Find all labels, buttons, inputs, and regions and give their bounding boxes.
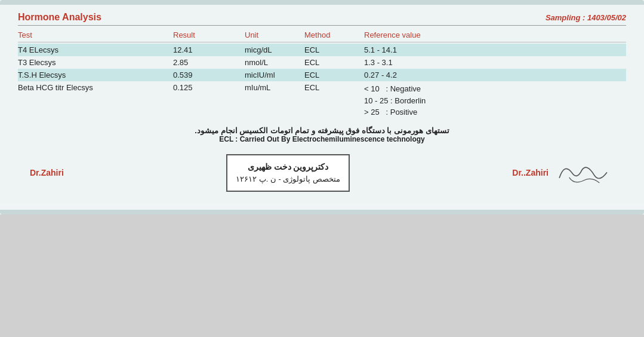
stamp-line1: دکترپروین دخت ظهیری bbox=[236, 160, 340, 173]
top-bar bbox=[0, 0, 644, 5]
row1-method: ECL bbox=[304, 45, 364, 54]
bottom-bar bbox=[0, 210, 644, 215]
row3-result: 0.539 bbox=[173, 71, 245, 79]
col-unit: Unit bbox=[245, 30, 304, 39]
doctor-right-area: Dr..Zahiri bbox=[512, 158, 614, 188]
row4-reference: < 10 : Negative 10 - 25 : Borderlin > 25… bbox=[364, 83, 626, 118]
table-row: T3 Elecsys 2.85 nmol/L ECL 1.3 - 3.1 bbox=[18, 56, 626, 69]
row1-unit: micg/dL bbox=[245, 45, 304, 54]
signature-image bbox=[554, 158, 614, 188]
row3-method: ECL bbox=[304, 71, 364, 79]
sampling-info: Sampling : 1403/05/02 bbox=[546, 13, 626, 22]
row3-test: T.S.H Elecsys bbox=[18, 71, 173, 79]
footer-persian: تستهای هورمونی با دستگاه فوق پیشرفته و ت… bbox=[18, 126, 626, 135]
row4-method: ECL bbox=[304, 83, 364, 118]
row1-test: T4 ELecsys bbox=[18, 45, 173, 54]
row2-test: T3 Elecsys bbox=[18, 58, 173, 67]
row1-result: 12.41 bbox=[173, 45, 245, 54]
section-title-row: Hormone Analysis Sampling : 1403/05/02 bbox=[18, 12, 626, 23]
col-reference: Reference value bbox=[364, 30, 626, 39]
stamp-line2: متخصص پاتولوژی - ن .پ ۱۲۶۱۲ bbox=[236, 173, 340, 186]
row2-unit: nmol/L bbox=[245, 58, 304, 67]
row3-unit: micIU/ml bbox=[245, 71, 304, 79]
footer-english: ECL : Carried Out By Electrochemilumines… bbox=[18, 135, 626, 143]
stamp-box: دکترپروین دخت ظهیری متخصص پاتولوژی - ن .… bbox=[226, 154, 350, 192]
row2-method: ECL bbox=[304, 58, 364, 67]
col-result: Result bbox=[173, 30, 245, 39]
row4-result: 0.125 bbox=[173, 83, 245, 118]
table-row: Beta HCG titr Elecsys 0.125 mIu/mL ECL <… bbox=[18, 81, 626, 120]
row4-unit: mIu/mL bbox=[245, 83, 304, 118]
table-header: Test Result Unit Method Reference value bbox=[18, 28, 626, 42]
report-body: Hormone Analysis Sampling : 1403/05/02 T… bbox=[0, 5, 644, 204]
col-method: Method bbox=[304, 30, 364, 39]
divider-top bbox=[18, 25, 626, 26]
row1-reference: 5.1 - 14.1 bbox=[364, 45, 626, 54]
section-title: Hormone Analysis bbox=[18, 12, 101, 23]
row4-test: Beta HCG titr Elecsys bbox=[18, 83, 173, 118]
row2-result: 2.85 bbox=[173, 58, 245, 67]
footer-note: تستهای هورمونی با دستگاه فوق پیشرفته و ت… bbox=[18, 126, 626, 143]
signature-area: Dr.Zahiri دکترپروین دخت ظهیری متخصص پاتو… bbox=[18, 154, 626, 192]
doctor-name-left: Dr.Zahiri bbox=[30, 168, 64, 177]
doctor-name-right: Dr..Zahiri bbox=[512, 168, 549, 177]
table-row: T4 ELecsys 12.41 micg/dL ECL 5.1 - 14.1 bbox=[18, 44, 626, 56]
report-container: Hormone Analysis Sampling : 1403/05/02 T… bbox=[0, 0, 644, 215]
col-test: Test bbox=[18, 30, 173, 39]
table-row: T.S.H Elecsys 0.539 micIU/ml ECL 0.27 - … bbox=[18, 69, 626, 81]
row2-reference: 1.3 - 3.1 bbox=[364, 58, 626, 67]
row3-reference: 0.27 - 4.2 bbox=[364, 71, 626, 79]
